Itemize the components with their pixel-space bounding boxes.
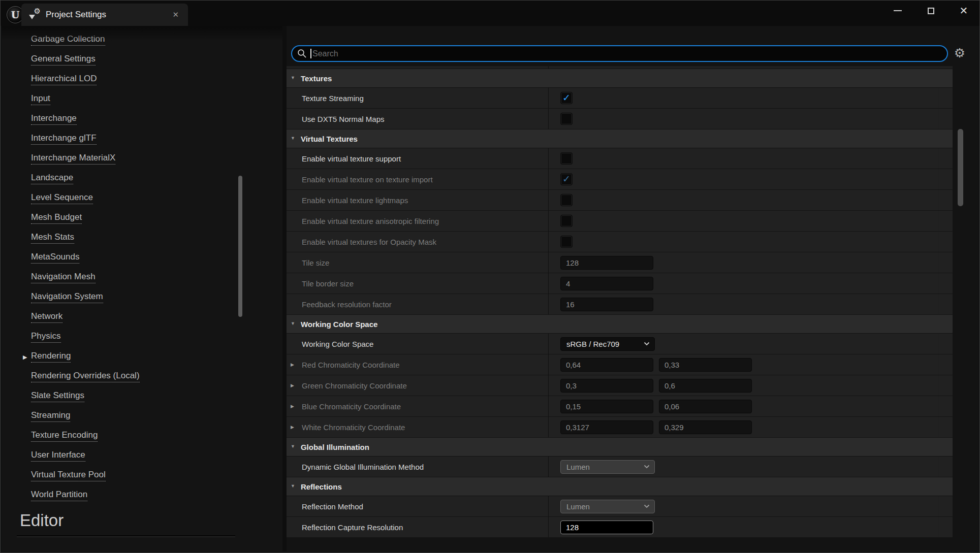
section-header-textures[interactable]: ▼ Textures bbox=[287, 69, 953, 88]
use-dxt5-normal-maps-checkbox[interactable]: ✓ bbox=[560, 113, 573, 125]
chevron-down-icon: ▼ bbox=[291, 321, 295, 326]
sidebar-item-label: Landscape bbox=[31, 173, 73, 184]
sidebar-scrollbar-thumb[interactable] bbox=[238, 176, 242, 317]
section-title: Virtual Textures bbox=[301, 135, 358, 143]
close-button[interactable]: ✕ bbox=[956, 3, 971, 19]
settings-table: ▼ Textures Texture Streaming ✓ Use DXT5 … bbox=[287, 66, 953, 538]
sidebar-item-streaming[interactable]: ▶Streaming bbox=[2, 406, 282, 426]
unreal-logo-letter: U bbox=[11, 9, 20, 20]
chevron-down-icon: ▼ bbox=[291, 483, 295, 489]
reflection-capture-resolution-input[interactable] bbox=[560, 521, 653, 534]
search-input[interactable] bbox=[312, 49, 941, 58]
chevron-down-icon bbox=[644, 504, 650, 508]
check-icon: ✓ bbox=[562, 93, 571, 103]
red-chromaticity-x-input[interactable] bbox=[560, 358, 653, 372]
working-color-space-dropdown[interactable]: sRGB / Rec709 bbox=[560, 337, 655, 351]
settings-row: ▶White Chromaticity Coordinate bbox=[287, 417, 953, 438]
sidebar-item-physics[interactable]: ▶Physics bbox=[2, 327, 282, 347]
sidebar-item-label: Interchange glTF bbox=[31, 133, 97, 145]
tab-project-settings[interactable]: ⚙ Project Settings ✕ bbox=[21, 4, 188, 26]
text-caret bbox=[310, 49, 311, 58]
sidebar-item-rendering-overrides[interactable]: ▶Rendering Overrides (Local) bbox=[2, 367, 282, 386]
enable-vt-lightmaps-checkbox[interactable]: ✓ bbox=[560, 194, 573, 206]
editor-section-divider bbox=[17, 535, 235, 536]
settings-row: Enable virtual texture on texture import… bbox=[287, 169, 953, 190]
sidebar-item-label: Network bbox=[31, 311, 62, 323]
enable-vt-on-texture-import-checkbox[interactable]: ✓ bbox=[560, 173, 573, 185]
sidebar-item-label: Interchange MaterialX bbox=[31, 153, 115, 165]
section-header-reflections[interactable]: ▼ Reflections bbox=[287, 477, 953, 496]
section-header-global-illumination[interactable]: ▼ Global Illumination bbox=[287, 438, 953, 457]
sidebar-item-label: General Settings bbox=[31, 54, 96, 66]
sidebar-item-hierarchical-lod[interactable]: ▶Hierarchical LOD bbox=[2, 70, 282, 89]
sidebar-item-interchange-materialx[interactable]: ▶Interchange MaterialX bbox=[2, 149, 282, 169]
setting-label: Blue Chromaticity Coordinate bbox=[302, 402, 401, 411]
settings-row: Working Color Space sRGB / Rec709 bbox=[287, 334, 953, 354]
enable-vt-anisotropic-filtering-checkbox[interactable]: ✓ bbox=[560, 215, 573, 227]
sidebar-item-virtual-texture-pool[interactable]: ▶Virtual Texture Pool bbox=[2, 466, 282, 485]
settings-row: Feedback resolution factor bbox=[287, 294, 953, 315]
tile-border-size-input[interactable] bbox=[560, 277, 653, 290]
sidebar-item-label: Hierarchical LOD bbox=[31, 74, 97, 85]
sidebar-item-world-partition[interactable]: ▶World Partition bbox=[2, 485, 282, 505]
setting-label: Enable virtual texture lightmaps bbox=[302, 196, 408, 205]
maximize-button[interactable] bbox=[923, 3, 938, 19]
sidebar-item-interchange[interactable]: ▶Interchange bbox=[2, 109, 282, 129]
settings-row: ▶Blue Chromaticity Coordinate bbox=[287, 396, 953, 417]
expand-row-icon[interactable]: ▶ bbox=[291, 362, 294, 367]
sidebar-item-label: Garbage Collection bbox=[31, 34, 105, 46]
dynamic-gi-method-dropdown[interactable]: Lumen bbox=[560, 460, 655, 474]
section-title: Working Color Space bbox=[301, 320, 377, 329]
settings-row: Reflection Capture Resolution bbox=[287, 517, 953, 538]
close-icon: ✕ bbox=[960, 6, 968, 16]
sidebar-item-input[interactable]: ▶Input bbox=[2, 89, 282, 109]
setting-label: Use DXT5 Normal Maps bbox=[302, 115, 385, 123]
white-chromaticity-y-input[interactable] bbox=[659, 420, 752, 434]
settings-row: Tile border size bbox=[287, 273, 953, 294]
sidebar-item-label: Rendering Overrides (Local) bbox=[31, 371, 140, 382]
white-chromaticity-x-input[interactable] bbox=[560, 420, 653, 434]
enable-vt-opacity-mask-checkbox[interactable]: ✓ bbox=[560, 236, 573, 248]
red-chromaticity-y-input[interactable] bbox=[659, 358, 752, 372]
sidebar-item-label: Mesh Stats bbox=[31, 232, 74, 244]
section-title: Reflections bbox=[301, 482, 342, 491]
sidebar-item-user-interface[interactable]: ▶User Interface bbox=[2, 446, 282, 466]
enable-virtual-texture-support-checkbox[interactable]: ✓ bbox=[560, 152, 573, 165]
setting-label: Red Chromaticity Coordinate bbox=[302, 361, 400, 369]
expand-row-icon[interactable]: ▶ bbox=[291, 404, 294, 409]
sidebar-item-general-settings[interactable]: ▶General Settings bbox=[2, 50, 282, 70]
setting-label: Working Color Space bbox=[302, 340, 373, 348]
section-header-virtual-textures[interactable]: ▼ Virtual Textures bbox=[287, 129, 953, 148]
green-chromaticity-x-input[interactable] bbox=[560, 379, 653, 393]
section-title: Global Illumination bbox=[301, 443, 369, 451]
sidebar-item-label: MetaSounds bbox=[31, 252, 79, 264]
setting-label: Reflection Method bbox=[302, 502, 363, 511]
blue-chromaticity-x-input[interactable] bbox=[560, 400, 653, 413]
sidebar-item-interchange-gltf[interactable]: ▶Interchange glTF bbox=[2, 129, 282, 149]
sidebar-item-slate-settings[interactable]: ▶Slate Settings bbox=[2, 386, 282, 406]
feedback-resolution-factor-input[interactable] bbox=[560, 298, 653, 311]
settings-row: ▶Red Chromaticity Coordinate bbox=[287, 354, 953, 375]
section-title: Textures bbox=[301, 74, 332, 83]
sidebar-item-texture-encoding[interactable]: ▶Texture Encoding bbox=[2, 426, 282, 446]
sidebar-item-label: Navigation Mesh bbox=[31, 272, 96, 283]
sidebar-item-label: Interchange bbox=[31, 113, 77, 125]
sidebar-item-label: Slate Settings bbox=[31, 391, 84, 402]
expand-row-icon[interactable]: ▶ bbox=[291, 425, 294, 430]
sidebar-item-label: Mesh Budget bbox=[31, 212, 82, 224]
blue-chromaticity-y-input[interactable] bbox=[659, 400, 752, 413]
settings-options-button[interactable]: ⚙ bbox=[952, 44, 967, 61]
section-header-working-color-space[interactable]: ▼ Working Color Space bbox=[287, 315, 953, 334]
tile-size-input[interactable] bbox=[560, 256, 653, 270]
green-chromaticity-y-input[interactable] bbox=[659, 379, 752, 393]
minimize-button[interactable] bbox=[890, 3, 905, 19]
sidebar-item-rendering[interactable]: ▶Rendering bbox=[2, 347, 282, 367]
texture-streaming-checkbox[interactable]: ✓ bbox=[560, 92, 573, 104]
reflection-method-dropdown[interactable]: Lumen bbox=[560, 500, 655, 513]
sidebar-item-label: Input bbox=[31, 93, 50, 105]
sidebar-item-garbage-collection[interactable]: ▶Garbage Collection bbox=[2, 30, 282, 50]
tab-close-icon[interactable]: ✕ bbox=[170, 9, 181, 20]
main-scrollbar-thumb[interactable] bbox=[958, 129, 963, 206]
expand-row-icon[interactable]: ▶ bbox=[291, 383, 294, 388]
search-icon bbox=[297, 49, 307, 58]
